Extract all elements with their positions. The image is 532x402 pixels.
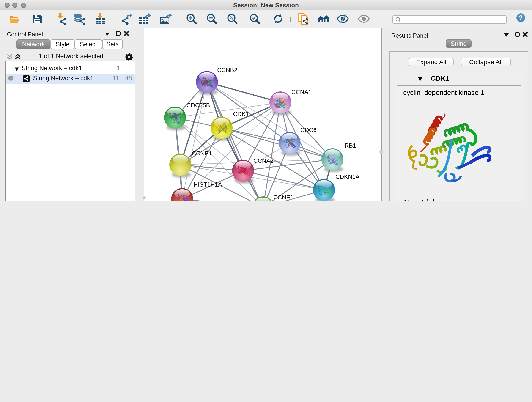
svg-text:CCNB1: CCNB1 <box>192 150 212 157</box>
svg-text:CDK1: CDK1 <box>233 110 249 117</box>
svg-text:CDC25B: CDC25B <box>186 102 210 109</box>
svg-text:CCNB2: CCNB2 <box>217 66 237 73</box>
svg-text:CCNE1: CCNE1 <box>273 194 293 201</box>
svg-text:HIST1H1A: HIST1H1A <box>194 181 222 188</box>
svg-text:CCNA1: CCNA1 <box>291 89 312 95</box>
svg-text:CCNA2: CCNA2 <box>253 157 273 164</box>
svg-text:RB1: RB1 <box>345 142 356 149</box>
svg-text:CDC6: CDC6 <box>300 127 317 133</box>
svg-text:CDKN1A: CDKN1A <box>336 173 360 180</box>
